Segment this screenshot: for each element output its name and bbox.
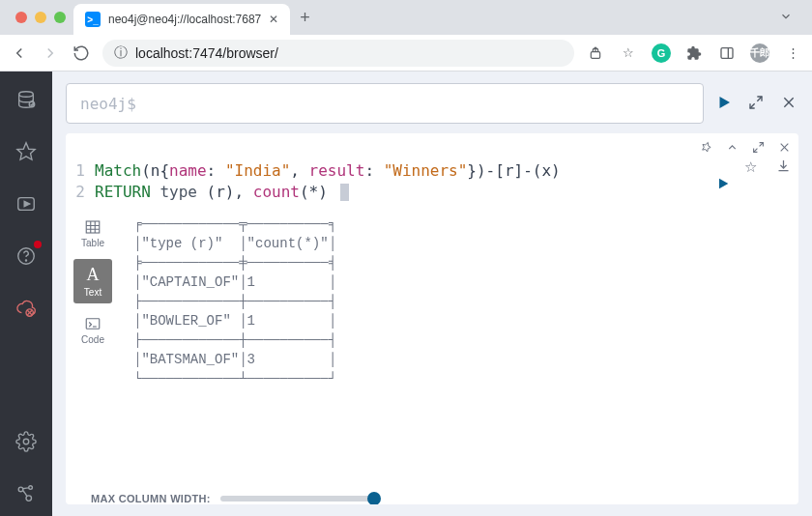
query-display: 12 Match(n{name: "India", result: "Winne… <box>73 158 711 211</box>
view-tab-text[interactable]: AText <box>73 259 112 303</box>
pin-icon[interactable] <box>700 141 712 157</box>
command-bar: neo4j$ <box>66 83 798 124</box>
side-panel-icon[interactable] <box>717 43 737 63</box>
svg-point-9 <box>25 260 26 261</box>
chrome-menu-icon[interactable]: ⋮ <box>783 43 802 63</box>
reload-button[interactable] <box>72 43 91 63</box>
tab-overflow-icon[interactable] <box>779 10 793 26</box>
svg-rect-32 <box>86 318 100 329</box>
close-editor-icon[interactable] <box>781 95 798 112</box>
tab-title: neo4j@neo4j://localhost:7687 <box>108 13 261 26</box>
favorites-star-icon[interactable] <box>14 139 39 164</box>
svg-marker-5 <box>17 143 35 159</box>
settings-gear-icon[interactable] <box>14 429 39 454</box>
browser-tab[interactable]: >_ neo4j@neo4j://localhost:7687 ✕ <box>73 4 290 35</box>
db-icon[interactable] <box>14 87 39 112</box>
view-tab-label: Table <box>81 238 104 248</box>
extensions-icon[interactable] <box>684 43 704 63</box>
view-tab-label: Code <box>81 334 104 345</box>
run-query-button[interactable] <box>715 94 733 114</box>
collapse-up-icon[interactable] <box>726 141 739 157</box>
app-sidebar <box>0 72 52 516</box>
expand-fullscreen-icon[interactable] <box>752 141 765 157</box>
svg-rect-0 <box>591 51 599 58</box>
result-card: 12 Match(n{name: "India", result: "Winne… <box>66 133 798 504</box>
query-input[interactable]: neo4j$ <box>66 83 704 124</box>
svg-marker-26 <box>719 178 728 188</box>
svg-line-22 <box>760 143 764 147</box>
slider-thumb[interactable] <box>367 492 381 504</box>
cloud-sync-icon[interactable] <box>14 296 39 321</box>
site-info-icon[interactable]: ⓘ <box>114 44 128 62</box>
svg-marker-17 <box>720 97 731 108</box>
extension-grammarly[interactable]: G <box>652 43 671 63</box>
download-icon[interactable] <box>776 158 791 176</box>
about-neo4j-icon[interactable] <box>14 481 39 506</box>
bookmark-star-icon[interactable]: ☆ <box>619 43 638 63</box>
profile-avatar[interactable]: 千郎 <box>750 43 769 63</box>
toolbar-right: ☆ G 千郎 ⋮ <box>586 43 802 63</box>
svg-marker-7 <box>24 201 30 207</box>
slider-track <box>220 496 375 502</box>
svg-point-15 <box>29 486 33 490</box>
traffic-red[interactable] <box>15 12 27 23</box>
play-frame-icon[interactable] <box>14 191 39 216</box>
view-tab-table[interactable]: Table <box>73 211 112 255</box>
line-gutter: 12 <box>73 160 95 203</box>
query-prompt: neo4j$ <box>80 95 136 113</box>
text-result-output[interactable]: ╒────────────╤──────────╕ │"type (r)" │"… <box>120 211 336 483</box>
url-text: localhost:7474/browser/ <box>135 45 278 61</box>
browser-toolbar: ⓘ localhost:7474/browser/ ☆ G 千郎 ⋮ <box>0 35 812 72</box>
forward-button[interactable] <box>41 43 60 63</box>
svg-rect-1 <box>721 47 733 58</box>
save-favorite-icon[interactable]: ☆ <box>744 158 757 176</box>
view-tab-label: Text <box>84 287 102 298</box>
back-button[interactable] <box>10 43 29 63</box>
fullscreen-icon[interactable] <box>748 95 766 112</box>
svg-rect-27 <box>86 221 100 233</box>
traffic-green[interactable] <box>54 12 66 23</box>
tab-strip: >_ neo4j@neo4j://localhost:7687 ✕ + <box>0 0 812 35</box>
rerun-query-button[interactable] <box>715 176 731 194</box>
notification-badge <box>34 241 42 248</box>
svg-point-13 <box>23 439 29 444</box>
help-icon[interactable] <box>14 244 39 269</box>
svg-line-18 <box>757 97 762 101</box>
svg-line-23 <box>754 149 758 153</box>
tab-favicon: >_ <box>85 12 101 27</box>
window-controls <box>15 12 66 23</box>
svg-line-19 <box>750 103 755 108</box>
maxcol-slider[interactable] <box>220 494 375 503</box>
code-lines[interactable]: Match(n{name: "India", result: "Winners"… <box>95 160 561 203</box>
new-tab-button[interactable]: + <box>300 8 310 28</box>
svg-point-3 <box>19 92 34 98</box>
view-tabs: TableATextCode <box>73 211 112 483</box>
result-footer: MAX COLUMN WIDTH: <box>73 483 791 504</box>
maxcol-label: MAX COLUMN WIDTH: <box>91 493 211 504</box>
traffic-yellow[interactable] <box>35 12 46 23</box>
share-icon[interactable] <box>586 43 605 63</box>
card-top-actions <box>73 139 791 158</box>
close-card-icon[interactable] <box>778 141 791 157</box>
view-tab-code[interactable]: Code <box>73 307 112 352</box>
address-bar[interactable]: ⓘ localhost:7474/browser/ <box>102 40 574 67</box>
close-tab-icon[interactable]: ✕ <box>269 13 278 26</box>
